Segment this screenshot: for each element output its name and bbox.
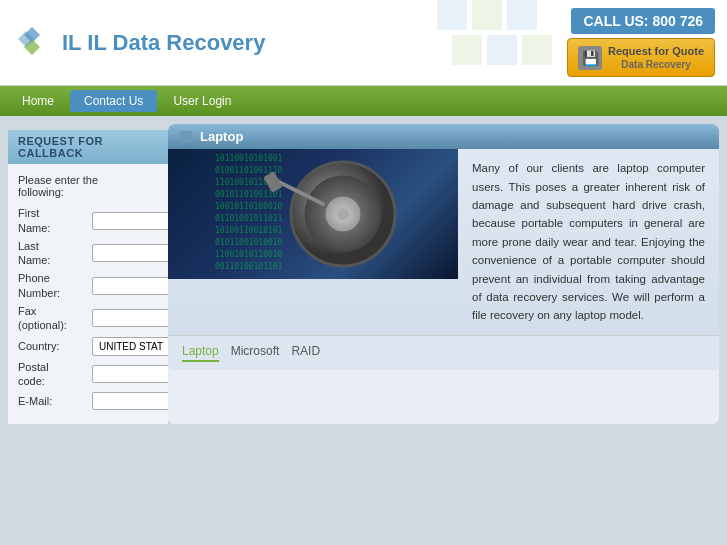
label-lastname: LastName: <box>18 239 88 268</box>
svg-text:10010110100010: 10010110100010 <box>215 202 283 211</box>
call-us-box: CALL US: 800 726 <box>571 8 715 34</box>
laptop-tabs: Laptop Microsoft RAID <box>168 335 719 370</box>
laptop-description: Many of our clients are laptop computer … <box>458 149 719 335</box>
laptop-card-body: 10110010101001 01001101001110 1101001011… <box>168 149 719 335</box>
svg-text:10100110010101: 10100110010101 <box>215 226 283 235</box>
navigation: Home Contact Us User Login <box>0 86 727 116</box>
label-firstname: FirstName: <box>18 206 88 235</box>
callback-body: Please enter the following: FirstName: L… <box>8 164 168 424</box>
svg-point-19 <box>337 208 349 220</box>
nav-contact[interactable]: Contact Us <box>70 90 157 112</box>
laptop-image-inner: 10110010101001 01001101001110 1101001011… <box>168 149 458 279</box>
label-fax: Fax(optional): <box>18 304 88 333</box>
form-row-firstname: FirstName: <box>18 206 158 235</box>
tab-laptop[interactable]: Laptop <box>182 344 219 362</box>
svg-rect-1 <box>472 0 502 30</box>
nav-user-login[interactable]: User Login <box>159 90 245 112</box>
svg-rect-3 <box>452 35 482 65</box>
tab-raid[interactable]: RAID <box>291 344 320 362</box>
label-postal: Postalcode: <box>18 360 88 389</box>
svg-rect-0 <box>437 0 467 30</box>
label-phone: PhoneNumber: <box>18 271 88 300</box>
header: IL IL Data Recovery CALL US: 800 726 💾 R… <box>0 0 727 86</box>
sidebar: REQUEST FOR CALLBACK Please enter the fo… <box>8 124 168 424</box>
form-row-phone: PhoneNumber: <box>18 271 158 300</box>
request-quote-button[interactable]: 💾 Request for Quote Data Recovery <box>567 38 715 77</box>
quote-icon: 💾 <box>578 46 602 70</box>
svg-text:01011001010010: 01011001010010 <box>215 238 283 247</box>
svg-text:10110010101001: 10110010101001 <box>215 154 283 163</box>
laptop-card-header: Laptop <box>168 124 719 149</box>
logo-icon <box>12 23 52 63</box>
logo-text: IL IL Data Recovery <box>62 30 265 56</box>
tab-microsoft[interactable]: Microsoft <box>231 344 280 362</box>
label-email: E-Mail: <box>18 394 88 408</box>
hdd-svg: 10110010101001 01001101001110 1101001011… <box>213 149 413 279</box>
callback-intro: Please enter the following: <box>18 174 158 198</box>
svg-rect-5 <box>522 35 552 65</box>
nav-home[interactable]: Home <box>8 90 68 112</box>
form-row-lastname: LastName: <box>18 239 158 268</box>
content-area: Laptop 10110010101001 01001101001110 110… <box>168 124 719 424</box>
svg-text:01101001011011: 01101001011011 <box>215 214 283 223</box>
svg-rect-4 <box>487 35 517 65</box>
form-row-fax: Fax(optional): <box>18 304 158 333</box>
header-decoration <box>437 0 567 70</box>
logo-area: IL IL Data Recovery <box>12 23 265 63</box>
svg-text:00110100101101: 00110100101101 <box>215 262 283 271</box>
form-row-country: Country: UNITED STATE CANADA UK OTHER <box>18 337 158 356</box>
quote-btn-text: Request for Quote Data Recovery <box>608 44 704 71</box>
label-country: Country: <box>18 339 88 353</box>
laptop-image: 10110010101001 01001101001110 1101001011… <box>168 149 458 279</box>
callback-header: REQUEST FOR CALLBACK <box>8 130 168 164</box>
laptop-card: Laptop 10110010101001 01001101001110 110… <box>168 124 719 370</box>
svg-rect-2 <box>507 0 537 30</box>
callback-section: REQUEST FOR CALLBACK Please enter the fo… <box>8 130 168 424</box>
main-wrapper: REQUEST FOR CALLBACK Please enter the fo… <box>0 116 727 432</box>
form-row-email: E-Mail: <box>18 392 158 410</box>
form-row-postal: Postalcode: <box>18 360 158 389</box>
svg-text:11001010110010: 11001010110010 <box>215 250 283 259</box>
header-right: CALL US: 800 726 💾 Request for Quote Dat… <box>567 8 715 77</box>
